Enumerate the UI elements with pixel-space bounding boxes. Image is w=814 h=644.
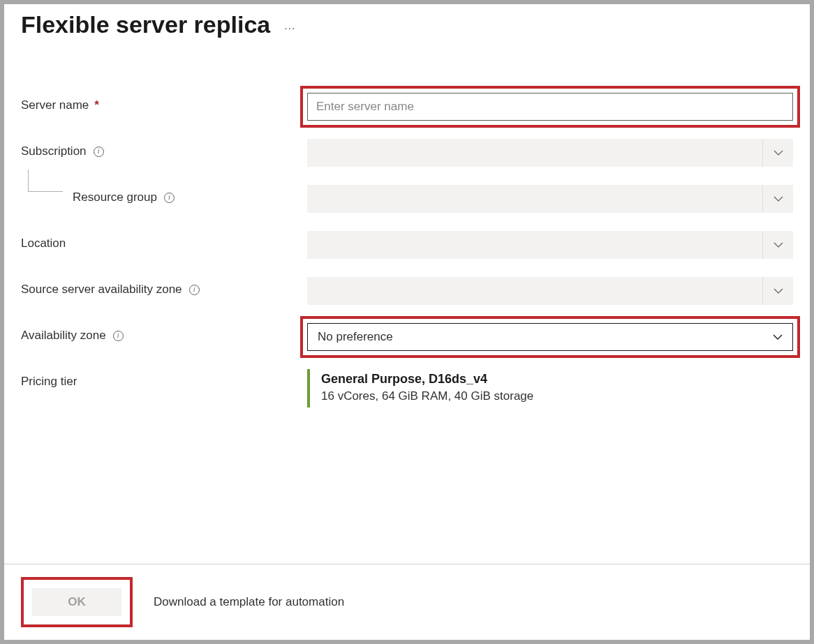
highlight-server-name — [300, 86, 800, 128]
label-location: Location — [21, 231, 307, 250]
info-icon[interactable]: i — [164, 193, 175, 203]
label-source-zone: Source server availability zone i — [21, 277, 307, 297]
more-options-icon[interactable]: ··· — [284, 15, 295, 35]
row-server-name: Server name * — [21, 93, 793, 121]
availability-zone-select[interactable]: No preference — [307, 323, 793, 351]
form-content: Server name * Subscription i — [4, 44, 810, 564]
info-icon[interactable]: i — [94, 147, 104, 157]
page-title: Flexible server replica — [21, 11, 270, 38]
row-availability-zone: Availability zone i No preference — [21, 323, 793, 351]
resource-group-select[interactable] — [307, 185, 793, 213]
info-icon[interactable]: i — [113, 331, 124, 341]
location-select[interactable] — [307, 231, 793, 259]
label-subscription: Subscription i — [21, 139, 307, 158]
required-indicator: * — [94, 98, 99, 112]
info-icon[interactable]: i — [189, 285, 200, 295]
label-availability-zone: Availability zone i — [21, 323, 307, 343]
highlight-ok-button: OK — [21, 577, 133, 627]
row-location: Location — [21, 231, 793, 259]
row-resource-group: Resource group i — [21, 185, 793, 213]
subscription-select[interactable] — [307, 139, 793, 167]
pricing-tier-details: 16 vCores, 64 GiB RAM, 40 GiB storage — [321, 389, 793, 403]
chevron-down-icon — [773, 332, 783, 342]
label-pricing-tier: Pricing tier — [21, 369, 307, 389]
chevron-down-icon — [774, 286, 783, 296]
chevron-down-icon — [774, 194, 783, 204]
label-resource-group: Resource group i — [21, 185, 307, 204]
row-source-zone: Source server availability zone i — [21, 277, 793, 305]
pricing-tier-summary: General Purpose, D16ds_v4 16 vCores, 64 … — [307, 369, 793, 407]
footer: OK Download a template for automation — [4, 564, 810, 640]
chevron-down-icon — [774, 148, 783, 158]
blade-panel: Flexible server replica ··· Server name … — [4, 4, 810, 640]
server-name-input[interactable] — [307, 93, 793, 121]
row-pricing-tier: Pricing tier General Purpose, D16ds_v4 1… — [21, 369, 793, 407]
source-zone-select[interactable] — [307, 277, 793, 305]
highlight-availability-zone: No preference — [300, 316, 800, 358]
row-subscription: Subscription i — [21, 139, 793, 167]
header: Flexible server replica ··· — [4, 4, 810, 44]
chevron-down-icon — [774, 240, 783, 250]
pricing-tier-title: General Purpose, D16ds_v4 — [321, 372, 793, 387]
label-server-name: Server name * — [21, 93, 307, 112]
download-template-link[interactable]: Download a template for automation — [154, 595, 344, 609]
ok-button[interactable]: OK — [32, 588, 121, 616]
tree-line — [28, 170, 63, 192]
